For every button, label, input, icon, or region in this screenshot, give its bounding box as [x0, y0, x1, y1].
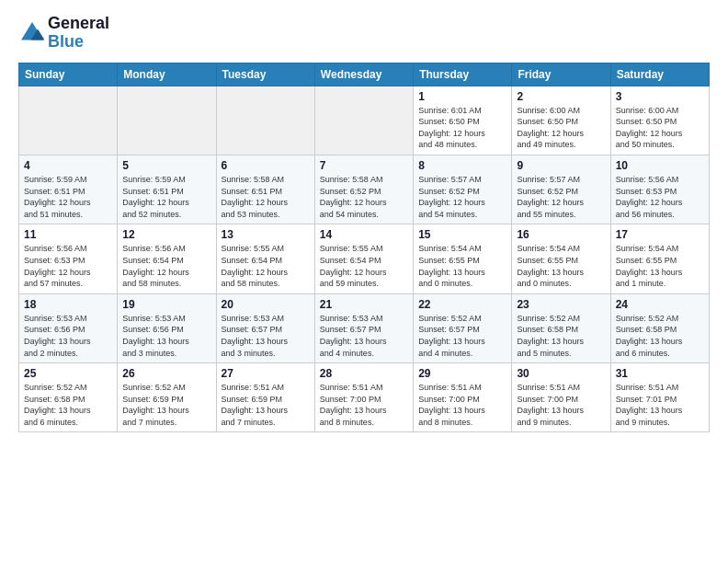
- weekday-friday: Friday: [512, 63, 610, 86]
- calendar-cell: 19Sunrise: 5:53 AM Sunset: 6:56 PM Dayli…: [118, 293, 216, 362]
- calendar-cell: 21Sunrise: 5:53 AM Sunset: 6:57 PM Dayli…: [314, 293, 413, 362]
- day-number: 28: [320, 367, 408, 380]
- day-number: 2: [517, 90, 605, 103]
- logo: General Blue: [18, 15, 109, 52]
- calendar-cell: 16Sunrise: 5:54 AM Sunset: 6:55 PM Dayli…: [512, 224, 610, 293]
- calendar-cell: 3Sunrise: 6:00 AM Sunset: 6:50 PM Daylig…: [610, 86, 709, 155]
- calendar-cell: 7Sunrise: 5:58 AM Sunset: 6:52 PM Daylig…: [314, 155, 413, 224]
- day-info: Sunrise: 6:00 AM Sunset: 6:50 PM Dayligh…: [517, 105, 605, 151]
- calendar-cell: 15Sunrise: 5:54 AM Sunset: 6:55 PM Dayli…: [414, 224, 512, 293]
- day-info: Sunrise: 5:51 AM Sunset: 7:01 PM Dayligh…: [616, 382, 704, 428]
- day-number: 19: [122, 298, 210, 311]
- day-info: Sunrise: 5:55 AM Sunset: 6:54 PM Dayligh…: [222, 243, 310, 289]
- calendar-cell: 5Sunrise: 5:59 AM Sunset: 6:51 PM Daylig…: [118, 155, 216, 224]
- day-info: Sunrise: 5:54 AM Sunset: 6:55 PM Dayligh…: [418, 243, 506, 289]
- calendar-cell: 24Sunrise: 5:52 AM Sunset: 6:58 PM Dayli…: [610, 293, 709, 362]
- day-number: 3: [616, 90, 704, 103]
- day-info: Sunrise: 5:51 AM Sunset: 7:00 PM Dayligh…: [320, 382, 408, 428]
- calendar-cell: 1Sunrise: 6:01 AM Sunset: 6:50 PM Daylig…: [414, 86, 512, 155]
- logo-text: General Blue: [48, 15, 109, 52]
- day-info: Sunrise: 5:53 AM Sunset: 6:57 PM Dayligh…: [222, 313, 310, 359]
- day-number: 30: [517, 367, 605, 380]
- day-number: 22: [418, 298, 506, 311]
- calendar: SundayMondayTuesdayWednesdayThursdayFrid…: [18, 63, 710, 433]
- header: General Blue: [18, 15, 710, 52]
- calendar-cell: 30Sunrise: 5:51 AM Sunset: 7:00 PM Dayli…: [512, 363, 610, 432]
- day-info: Sunrise: 5:55 AM Sunset: 6:54 PM Dayligh…: [320, 243, 408, 289]
- day-info: Sunrise: 5:52 AM Sunset: 6:58 PM Dayligh…: [24, 382, 112, 428]
- calendar-cell: 12Sunrise: 5:56 AM Sunset: 6:54 PM Dayli…: [118, 224, 216, 293]
- logo-icon: [18, 19, 46, 47]
- day-number: 4: [24, 159, 112, 172]
- calendar-cell: [314, 86, 413, 155]
- calendar-week-row: 25Sunrise: 5:52 AM Sunset: 6:58 PM Dayli…: [19, 363, 710, 432]
- day-number: 13: [222, 228, 310, 241]
- day-info: Sunrise: 5:53 AM Sunset: 6:57 PM Dayligh…: [320, 313, 408, 359]
- day-number: 14: [320, 228, 408, 241]
- day-number: 9: [517, 159, 605, 172]
- day-info: Sunrise: 5:56 AM Sunset: 6:54 PM Dayligh…: [122, 243, 210, 289]
- day-info: Sunrise: 5:57 AM Sunset: 6:52 PM Dayligh…: [517, 174, 605, 220]
- day-number: 10: [616, 159, 704, 172]
- day-number: 5: [122, 159, 210, 172]
- day-number: 1: [418, 90, 506, 103]
- calendar-cell: 9Sunrise: 5:57 AM Sunset: 6:52 PM Daylig…: [512, 155, 610, 224]
- calendar-cell: 28Sunrise: 5:51 AM Sunset: 7:00 PM Dayli…: [314, 363, 413, 432]
- weekday-wednesday: Wednesday: [314, 63, 413, 86]
- day-number: 31: [616, 367, 704, 380]
- day-info: Sunrise: 5:59 AM Sunset: 6:51 PM Dayligh…: [24, 174, 112, 220]
- day-number: 27: [222, 367, 310, 380]
- day-number: 23: [517, 298, 605, 311]
- day-number: 29: [418, 367, 506, 380]
- day-info: Sunrise: 5:54 AM Sunset: 6:55 PM Dayligh…: [517, 243, 605, 289]
- day-info: Sunrise: 5:59 AM Sunset: 6:51 PM Dayligh…: [122, 174, 210, 220]
- day-number: 8: [418, 159, 506, 172]
- weekday-tuesday: Tuesday: [216, 63, 314, 86]
- calendar-cell: 18Sunrise: 5:53 AM Sunset: 6:56 PM Dayli…: [19, 293, 118, 362]
- calendar-cell: [118, 86, 216, 155]
- calendar-week-row: 18Sunrise: 5:53 AM Sunset: 6:56 PM Dayli…: [19, 293, 710, 362]
- day-number: 7: [320, 159, 408, 172]
- day-number: 21: [320, 298, 408, 311]
- calendar-cell: 26Sunrise: 5:52 AM Sunset: 6:59 PM Dayli…: [118, 363, 216, 432]
- weekday-thursday: Thursday: [414, 63, 512, 86]
- day-info: Sunrise: 5:52 AM Sunset: 6:59 PM Dayligh…: [122, 382, 210, 428]
- day-info: Sunrise: 5:52 AM Sunset: 6:57 PM Dayligh…: [418, 313, 506, 359]
- day-info: Sunrise: 6:01 AM Sunset: 6:50 PM Dayligh…: [418, 105, 506, 151]
- day-number: 11: [24, 228, 112, 241]
- day-info: Sunrise: 5:57 AM Sunset: 6:52 PM Dayligh…: [418, 174, 506, 220]
- calendar-week-row: 11Sunrise: 5:56 AM Sunset: 6:53 PM Dayli…: [19, 224, 710, 293]
- calendar-cell: [216, 86, 314, 155]
- weekday-saturday: Saturday: [610, 63, 709, 86]
- calendar-cell: 8Sunrise: 5:57 AM Sunset: 6:52 PM Daylig…: [414, 155, 512, 224]
- day-info: Sunrise: 5:52 AM Sunset: 6:58 PM Dayligh…: [616, 313, 704, 359]
- calendar-cell: 11Sunrise: 5:56 AM Sunset: 6:53 PM Dayli…: [19, 224, 118, 293]
- calendar-cell: 27Sunrise: 5:51 AM Sunset: 6:59 PM Dayli…: [216, 363, 314, 432]
- day-info: Sunrise: 5:51 AM Sunset: 6:59 PM Dayligh…: [222, 382, 310, 428]
- calendar-cell: 22Sunrise: 5:52 AM Sunset: 6:57 PM Dayli…: [414, 293, 512, 362]
- calendar-cell: 17Sunrise: 5:54 AM Sunset: 6:55 PM Dayli…: [610, 224, 709, 293]
- day-number: 15: [418, 228, 506, 241]
- day-info: Sunrise: 5:52 AM Sunset: 6:58 PM Dayligh…: [517, 313, 605, 359]
- calendar-cell: 20Sunrise: 5:53 AM Sunset: 6:57 PM Dayli…: [216, 293, 314, 362]
- day-number: 6: [222, 159, 310, 172]
- day-info: Sunrise: 5:51 AM Sunset: 7:00 PM Dayligh…: [418, 382, 506, 428]
- day-info: Sunrise: 5:56 AM Sunset: 6:53 PM Dayligh…: [616, 174, 704, 220]
- page: General Blue SundayMondayTuesdayWednesda…: [0, 0, 728, 563]
- calendar-cell: 10Sunrise: 5:56 AM Sunset: 6:53 PM Dayli…: [610, 155, 709, 224]
- day-number: 25: [24, 367, 112, 380]
- calendar-cell: 31Sunrise: 5:51 AM Sunset: 7:01 PM Dayli…: [610, 363, 709, 432]
- day-number: 24: [616, 298, 704, 311]
- weekday-sunday: Sunday: [19, 63, 118, 86]
- calendar-week-row: 1Sunrise: 6:01 AM Sunset: 6:50 PM Daylig…: [19, 86, 710, 155]
- day-info: Sunrise: 5:58 AM Sunset: 6:51 PM Dayligh…: [222, 174, 310, 220]
- weekday-header-row: SundayMondayTuesdayWednesdayThursdayFrid…: [19, 63, 710, 86]
- calendar-cell: 29Sunrise: 5:51 AM Sunset: 7:00 PM Dayli…: [414, 363, 512, 432]
- day-number: 12: [122, 228, 210, 241]
- day-info: Sunrise: 5:53 AM Sunset: 6:56 PM Dayligh…: [122, 313, 210, 359]
- calendar-cell: 23Sunrise: 5:52 AM Sunset: 6:58 PM Dayli…: [512, 293, 610, 362]
- weekday-monday: Monday: [118, 63, 216, 86]
- day-number: 18: [24, 298, 112, 311]
- day-info: Sunrise: 5:54 AM Sunset: 6:55 PM Dayligh…: [616, 243, 704, 289]
- day-info: Sunrise: 6:00 AM Sunset: 6:50 PM Dayligh…: [616, 105, 704, 151]
